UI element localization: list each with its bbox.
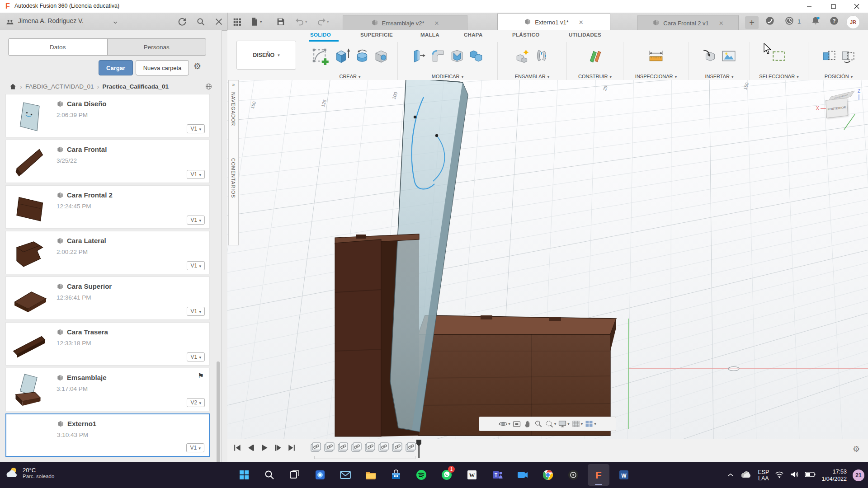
taskbar-app-epic-games[interactable] [562,464,584,486]
timeline-feature-linked-component[interactable] [337,441,349,454]
file-card[interactable]: Cara Frontal3/25/22V1 ▾ [5,140,210,183]
taskbar-app-task-view[interactable] [284,464,306,486]
timeline-go-to-start-button[interactable] [233,443,242,452]
scrollbar[interactable] [217,94,220,487]
timeline-feature-linked-component[interactable] [310,441,322,454]
save-icon[interactable] [276,17,286,27]
taskbar-app-file-explorer[interactable] [360,464,382,486]
insert-derive-tool[interactable] [702,48,717,64]
taskbar-app-photos[interactable] [309,464,331,486]
new-folder-button[interactable]: Nueva carpeta [136,60,189,75]
avatar[interactable]: JR [846,15,860,29]
grid-display-icon[interactable]: ▾ [571,419,583,428]
volume-icon[interactable] [790,471,799,480]
version-selector[interactable]: V1 ▾ [187,216,205,225]
timeline-feature-linked-component[interactable] [377,441,390,454]
timeline-step-forward-button[interactable] [274,443,283,452]
file-card[interactable]: Cara Frontal 212:24:45 PMV1 ▾ [5,185,210,229]
ribbon-group-label[interactable]: INSERTAR ▾ [705,74,733,80]
ribbon-tab-plástico[interactable]: PLÁSTICO [512,32,540,38]
people-icon[interactable] [5,18,14,27]
file-card[interactable]: Cara Diseño2:06:39 PMV1 ▾ [5,94,210,137]
maximize-button[interactable] [823,0,844,13]
extrude-tool[interactable] [333,47,351,65]
timeline-playhead[interactable] [415,440,422,460]
tab-comentarios[interactable]: COMENTARIOS [231,158,236,198]
timeline-play-button[interactable] [260,443,269,452]
extensions-icon[interactable] [765,16,775,26]
taskbar-app-fusion-360[interactable]: F [588,464,609,486]
chevron-down-icon[interactable] [112,19,118,26]
undo-icon[interactable]: ▾ [295,17,307,27]
panel-tab-personas[interactable]: Personas [108,39,206,55]
taskbar-app-store[interactable] [385,464,407,486]
user-menu[interactable]: Jimena A. Rodriguez V. [18,17,84,24]
taskbar-app-teams[interactable]: T [486,464,508,486]
document-tab[interactable]: Cara Frontal 2 v1✕ [637,15,739,31]
orbit-icon[interactable]: ▾ [499,419,510,428]
ribbon-tab-malla[interactable]: MALLA [420,32,439,38]
file-card[interactable]: Emsamblaje3:17:04 PM⚑V2 ▾ [5,368,210,411]
version-selector[interactable]: V1 ▾ [187,261,205,270]
look-at-icon[interactable] [512,419,521,428]
close-tab-icon[interactable]: ✕ [579,19,584,26]
taskbar-app-camera[interactable] [512,464,533,486]
construction-plane-tool[interactable] [587,48,603,64]
wifi-icon[interactable] [775,471,784,480]
ribbon-group-label[interactable]: CREAR ▾ [339,74,360,80]
file-card[interactable]: Cara Superior12:36:41 PMV1 ▾ [5,277,210,320]
taskbar-app-word[interactable]: W [613,464,635,486]
weather-widget[interactable]: 20°C Parc. soleado [5,466,54,479]
hidden-icons-chevron[interactable] [727,471,734,479]
version-selector[interactable]: V1 ▾ [186,443,204,452]
version-selector[interactable]: V1 ▾ [187,307,205,316]
battery-icon[interactable] [805,471,816,479]
file-card[interactable]: Cara Trasera12:33:18 PMV1 ▾ [5,322,210,366]
hole-tool[interactable] [373,48,389,64]
notification-count-badge[interactable]: 21 [853,469,864,481]
combine-tool[interactable] [468,48,484,64]
minimize-button[interactable] [799,0,820,13]
new-tab-button[interactable]: + [745,16,759,29]
taskbar-app-search[interactable] [259,464,280,486]
design-mode-selector[interactable]: DISEÑO▾ [236,41,296,70]
timeline-settings-gear-icon[interactable]: ⚙ [853,444,860,454]
ribbon-tab-superficie[interactable]: SUPERFICIE [360,32,393,38]
fillet-tool[interactable] [430,48,446,64]
revolve-tool[interactable] [354,48,370,64]
clock[interactable]: 17:53 1/04/2022 [821,468,847,483]
view-cube-front-face[interactable]: POSTERIOR [826,98,848,118]
search-icon[interactable] [196,17,206,27]
ribbon-group-label[interactable]: POSICIÓN ▾ [825,74,853,80]
version-selector[interactable]: V1 ▾ [187,352,205,361]
new-component-tool[interactable] [515,48,530,64]
file-card[interactable]: Externo13:10:43 PMV1 ▾ [5,413,210,457]
refresh-icon[interactable] [177,17,187,27]
taskbar-app-start[interactable] [233,464,255,486]
ribbon-group-label[interactable]: INSPECCIONAR ▾ [635,74,677,80]
expand-panel-icon[interactable]: » [229,80,238,87]
redo-icon[interactable]: ▾ [316,17,329,27]
ribbon-tab-utilidades[interactable]: UTILIDADES [569,32,601,38]
apps-grid-icon[interactable] [232,17,242,27]
document-tab[interactable]: Externo1 v1*✕ [497,13,610,31]
breadcrumb-current-folder[interactable]: Practica_Calificada_01 [103,83,169,90]
joint-tool[interactable] [534,48,549,64]
new-file-icon[interactable]: ▾ [250,17,262,27]
timeline-feature-linked-component[interactable] [350,441,363,454]
ribbon-group-label[interactable]: MODIFICAR ▾ [432,74,463,80]
help-icon[interactable]: ? [829,16,839,26]
close-tab-icon[interactable]: ✕ [719,20,724,27]
taskbar-app-spotify[interactable] [410,464,432,486]
home-icon[interactable] [9,83,17,90]
timeline-go-to-end-button[interactable] [287,443,296,452]
timeline-feature-linked-component[interactable] [323,441,335,454]
timeline-feature-linked-component[interactable] [405,441,417,454]
notifications-icon[interactable] [811,16,821,26]
revert-position-tool[interactable] [840,48,856,64]
close-panel-icon[interactable] [214,17,224,27]
pan-icon[interactable] [523,419,532,428]
panel-tab-datos[interactable]: Datos [9,39,108,55]
globe-icon[interactable] [205,83,212,90]
gear-icon[interactable]: ⚙ [193,61,201,71]
